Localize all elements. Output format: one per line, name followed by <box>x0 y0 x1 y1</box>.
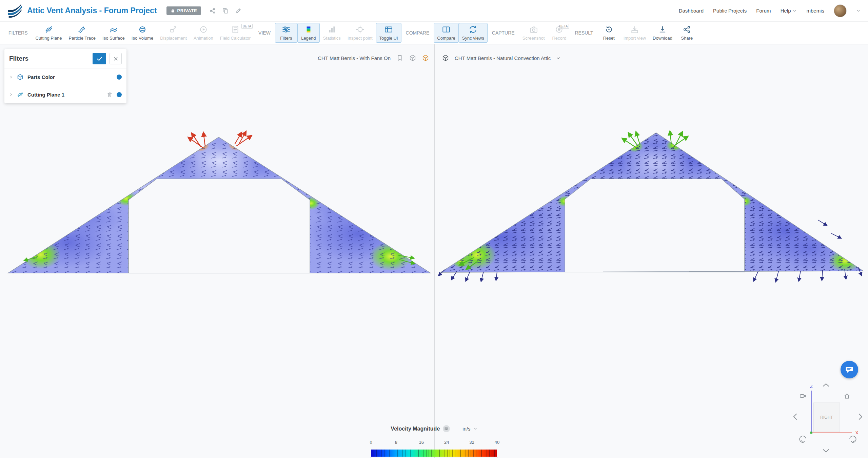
legend-colorbar-icon <box>304 25 313 34</box>
chevron-right-icon[interactable] <box>9 93 13 97</box>
toolbar-button-particle-trace[interactable]: Particle Trace <box>65 23 99 43</box>
animation-icon <box>199 25 208 34</box>
project-title: Attic Vent Analysis - Forum Project <box>27 6 157 15</box>
support-chat-button[interactable] <box>841 361 858 378</box>
toolbar-button-label: Iso Volume <box>132 36 153 41</box>
legend-unit-dropdown[interactable]: in/s <box>462 426 477 432</box>
toolbar-button-label: Screenshot <box>522 36 545 41</box>
close-icon <box>113 56 119 62</box>
legend-tick: 24 <box>444 440 449 445</box>
toolbar-button-sync-views[interactable]: Sync views <box>459 23 488 43</box>
toolbar-button-animation: Animation <box>190 23 217 43</box>
post-processing-toolbar: FILTERS Cutting Plane Particle Trace Iso… <box>0 22 868 44</box>
z-axis-label: Z <box>810 384 813 389</box>
toolbar-button-download[interactable]: Download <box>649 23 676 43</box>
toolbar-button-record: BETA Record <box>548 23 570 43</box>
statistics-icon <box>328 25 336 34</box>
screenshot-camera-icon <box>529 25 538 34</box>
viewport-divider[interactable] <box>434 44 435 458</box>
edit-project-icon[interactable] <box>235 7 242 14</box>
legend-unit-value: in/s <box>462 426 470 432</box>
share-project-icon[interactable] <box>209 7 216 14</box>
toolbar-button-share[interactable]: Share <box>676 23 698 43</box>
toolbar-button-label: Record <box>552 36 566 41</box>
toolbar-button-compare[interactable]: Compare <box>434 23 458 43</box>
iso-volume-icon <box>138 25 147 34</box>
left-viewport-header: CHT Matt Bemis - With Fans On <box>318 54 429 62</box>
navigation-cube-widget: RIGHT Z X <box>792 382 864 453</box>
user-avatar[interactable] <box>834 4 847 17</box>
filter-row-cutting-plane-1[interactable]: Cutting Plane 1 <box>4 86 126 103</box>
legend-tick: 16 <box>419 440 424 445</box>
cutting-plane-filter-icon <box>17 91 24 98</box>
reset-view-icon <box>605 25 613 34</box>
toolbar-button-label: Statistics <box>323 36 341 41</box>
cutting-plane-icon <box>44 25 53 34</box>
user-menu-chevron-icon[interactable] <box>856 8 861 13</box>
nav-forum[interactable]: Forum <box>756 8 771 14</box>
toolbar-button-statistics: Statistics <box>320 23 344 43</box>
close-filters-button[interactable] <box>110 53 122 64</box>
toolbar-button-toggle-ui[interactable]: Toggle UI <box>376 23 401 43</box>
visibility-toggle[interactable] <box>117 75 122 80</box>
import-view-icon <box>630 25 639 34</box>
viewport-canvas-left[interactable] <box>8 132 431 273</box>
rotate-right-chevron[interactable] <box>859 414 862 419</box>
result-cube-icon[interactable] <box>442 54 449 62</box>
right-run-title[interactable]: CHT Matt Bemis - Natural Convection Atti… <box>455 55 551 61</box>
toolbar-button-label: Inspect point <box>348 36 373 41</box>
home-view-icon[interactable] <box>845 394 849 398</box>
rotate-ccw-icon[interactable] <box>800 436 806 443</box>
nav-help-menu[interactable]: Help <box>781 8 797 14</box>
x-axis-label: X <box>855 430 859 435</box>
chevron-right-icon[interactable] <box>9 75 13 79</box>
toolbar-button-label: Animation <box>194 36 213 41</box>
toolbar-button-displacement: Displacement <box>157 23 190 43</box>
geometry-cube-icon[interactable] <box>422 54 429 62</box>
rotate-up-chevron[interactable] <box>823 384 829 386</box>
toolbar-button-field-calculator: BETA Field Calculator <box>217 23 254 43</box>
mesh-cube-icon[interactable] <box>409 54 416 62</box>
check-icon <box>96 56 103 62</box>
toolbar-button-label: Particle Trace <box>69 36 96 41</box>
rotate-cw-icon[interactable] <box>850 436 856 443</box>
toolbar-button-label: Share <box>681 36 693 41</box>
delete-filter-icon[interactable] <box>106 91 113 98</box>
toolbar-button-legend[interactable]: Legend <box>297 23 320 43</box>
chevron-down-icon <box>792 8 797 13</box>
toolbar-button-cutting-plane[interactable]: Cutting Plane <box>32 23 65 43</box>
run-selector-chevron-icon[interactable] <box>556 56 560 60</box>
app-header: Attic Vent Analysis - Forum Project PRIV… <box>0 0 868 22</box>
viewport-canvas-right[interactable] <box>439 131 863 282</box>
left-run-title[interactable]: CHT Matt Bemis - With Fans On <box>318 55 391 61</box>
toolbar-button-reset[interactable]: Reset <box>598 23 620 43</box>
legend-tick-labels: 0 8 16 24 32 40 <box>371 440 497 445</box>
nav-dashboard[interactable]: Dashboard <box>679 8 704 14</box>
toolbar-section-result: RESULT <box>575 30 593 36</box>
privacy-badge-label: PRIVATE <box>177 8 197 13</box>
visibility-toggle[interactable] <box>117 92 122 97</box>
toolbar-button-label: Filters <box>280 36 292 41</box>
camera-view-icon[interactable] <box>800 395 805 397</box>
right-viewport-header: CHT Matt Bemis - Natural Convection Atti… <box>442 54 560 62</box>
toolbar-button-iso-volume[interactable]: Iso Volume <box>128 23 157 43</box>
origin-y-axis-dot <box>810 432 812 434</box>
nav-help-label: Help <box>781 8 791 14</box>
filters-sliders-icon <box>282 25 291 34</box>
apply-filters-button[interactable] <box>93 53 106 64</box>
rotate-down-chevron[interactable] <box>823 450 829 452</box>
toolbar-button-filters[interactable]: Filters <box>275 23 297 43</box>
toolbar-button-label: Download <box>653 36 672 41</box>
toolbar-section-capture: CAPTURE <box>492 30 515 36</box>
copy-project-icon[interactable] <box>222 7 229 14</box>
filter-row-parts-color[interactable]: Parts Color <box>4 68 126 86</box>
toolbar-button-iso-surface[interactable]: Iso Surface <box>99 23 128 43</box>
save-view-icon[interactable] <box>396 54 403 62</box>
nav-public-projects[interactable]: Public Projects <box>713 8 747 14</box>
username-label: mbemis <box>806 8 824 14</box>
beta-tag: BETA <box>241 24 253 29</box>
rotate-left-chevron[interactable] <box>794 414 796 419</box>
parts-color-cube-icon <box>17 74 24 81</box>
legend-settings-icon[interactable] <box>443 425 450 432</box>
legend-colorbar[interactable] <box>371 450 497 457</box>
